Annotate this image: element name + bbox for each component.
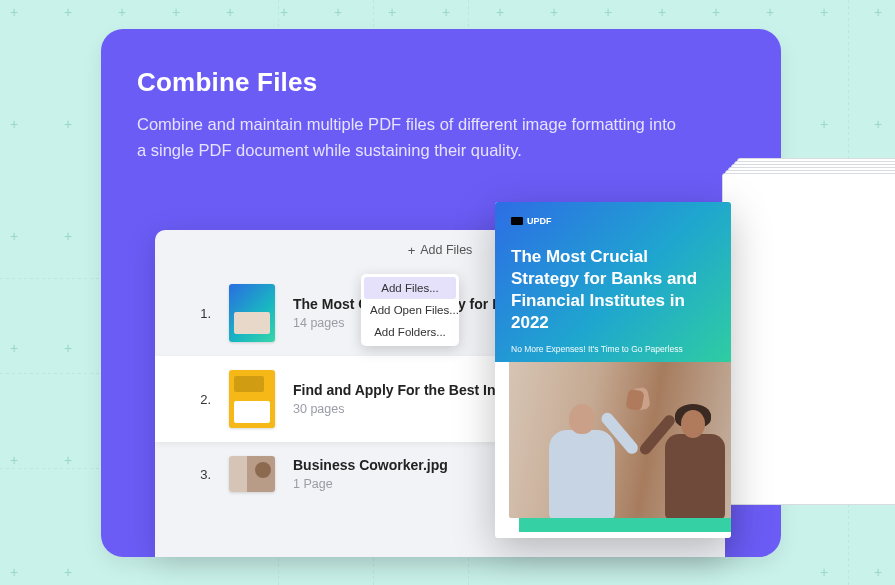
doc-logo: UPDF <box>511 216 715 226</box>
file-pages: 1 Page <box>293 477 448 491</box>
file-index: 3. <box>195 467 211 482</box>
file-index: 1. <box>195 306 211 321</box>
plus-icon: + <box>408 243 416 258</box>
file-thumbnail <box>229 370 275 428</box>
doc-logo-text: UPDF <box>527 216 552 226</box>
file-index: 2. <box>195 392 211 407</box>
file-name: Business Coworker.jpg <box>293 457 448 473</box>
doc-photo <box>509 362 731 518</box>
menu-item-add-folders[interactable]: Add Folders... <box>364 321 456 343</box>
doc-title: The Most Crucial Strategy for Banks and … <box>511 246 715 334</box>
document-preview: UPDF The Most Crucial Strategy for Banks… <box>495 196 755 566</box>
menu-item-add-files[interactable]: Add Files... <box>364 277 456 299</box>
file-thumbnail <box>229 284 275 342</box>
card-title: Combine Files <box>137 67 745 98</box>
add-files-menu: Add Files... Add Open Files... Add Folde… <box>361 274 459 346</box>
card-description: Combine and maintain multiple PDF files … <box>137 112 677 163</box>
add-files-label: Add Files <box>420 243 472 257</box>
file-thumbnail <box>229 456 275 492</box>
menu-item-add-open-files[interactable]: Add Open Files... <box>364 299 456 321</box>
doc-subtitle: No More Expenses! It's Time to Go Paperl… <box>511 344 715 354</box>
